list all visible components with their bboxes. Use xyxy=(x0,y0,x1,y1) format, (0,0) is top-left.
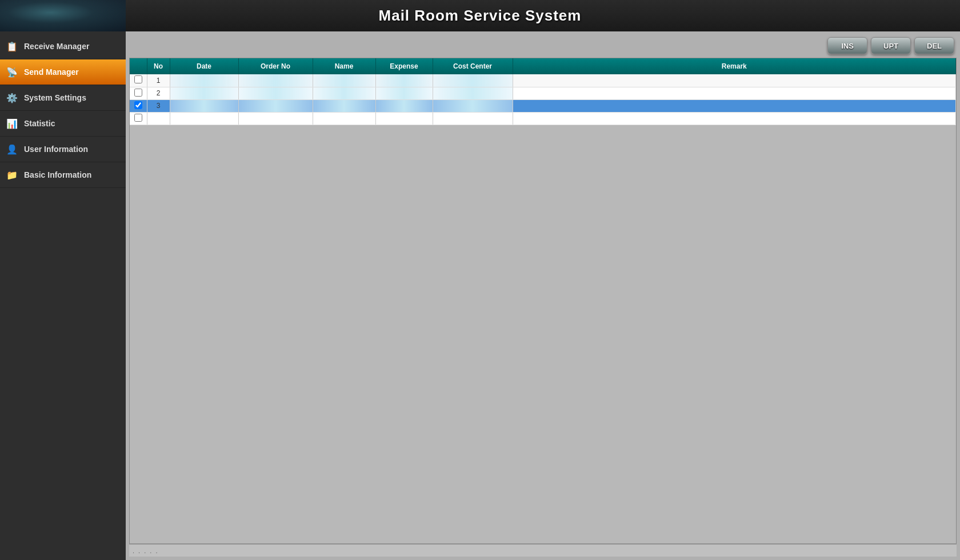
data-table-container: No Date Order No Name Expense Cost Cente… xyxy=(129,58,957,544)
row-expense xyxy=(375,87,433,99)
row-remark xyxy=(513,87,956,99)
sidebar-label-system-settings: System Settings xyxy=(24,93,86,102)
row-checkbox-cell xyxy=(130,87,147,99)
col-header-remark: Remark xyxy=(513,58,956,74)
sidebar-label-receive-manager: Receive Manager xyxy=(24,42,89,51)
sidebar-label-statistic: Statistic xyxy=(24,119,55,128)
row-date xyxy=(170,112,238,125)
col-header-name: Name xyxy=(313,58,375,74)
col-header-no: No xyxy=(147,58,170,74)
basic-information-icon: 📁 xyxy=(6,169,18,181)
row-order_no xyxy=(238,99,313,112)
receive-manager-icon: 📋 xyxy=(6,40,18,53)
row-checkbox-cell xyxy=(130,74,147,87)
row-remark xyxy=(513,99,956,112)
row-checkbox-cell xyxy=(130,112,147,125)
col-header-date: Date xyxy=(170,58,238,74)
row-name xyxy=(313,74,375,87)
row-checkbox-2[interactable] xyxy=(134,89,142,97)
row-cost_center xyxy=(433,74,513,87)
user-information-icon: 👤 xyxy=(6,143,18,155)
row-no: 3 xyxy=(147,99,170,112)
row-expense xyxy=(375,112,433,125)
row-date xyxy=(170,99,238,112)
row-name xyxy=(313,87,375,99)
row-expense xyxy=(375,99,433,112)
row-order_no xyxy=(238,74,313,87)
statistic-icon: 📊 xyxy=(6,117,18,130)
sidebar-item-receive-manager[interactable]: 📋 Receive Manager xyxy=(0,34,126,59)
system-settings-icon: ⚙️ xyxy=(6,91,18,104)
row-checkbox-4[interactable] xyxy=(134,114,142,122)
del-button[interactable]: DEL xyxy=(914,37,954,54)
col-header-expense: Expense xyxy=(375,58,433,74)
sidebar-item-statistic[interactable]: 📊 Statistic xyxy=(0,111,126,137)
row-remark xyxy=(513,112,956,125)
sidebar-item-system-settings[interactable]: ⚙️ System Settings xyxy=(0,85,126,111)
main-layout: 📋 Receive Manager 📡 Send Manager ⚙️ Syst… xyxy=(0,31,960,560)
row-checkbox-cell xyxy=(130,99,147,112)
col-header-orderno: Order No xyxy=(238,58,313,74)
row-name xyxy=(313,99,375,112)
header-logo xyxy=(0,0,126,31)
row-order_no xyxy=(238,87,313,99)
content-area: INS UPT DEL No Date Order No Name Expens… xyxy=(126,31,960,560)
row-cost_center xyxy=(433,112,513,125)
row-order_no xyxy=(238,112,313,125)
table-row[interactable] xyxy=(130,112,956,125)
row-cost_center xyxy=(433,87,513,99)
status-bar: . . . . . xyxy=(129,544,957,557)
upt-button[interactable]: UPT xyxy=(871,37,911,54)
data-table: No Date Order No Name Expense Cost Cente… xyxy=(130,58,956,125)
row-no: 1 xyxy=(147,74,170,87)
table-row[interactable]: 1 xyxy=(130,74,956,87)
sidebar-label-basic-information: Basic Information xyxy=(24,170,91,179)
sidebar: 📋 Receive Manager 📡 Send Manager ⚙️ Syst… xyxy=(0,31,126,560)
app-title: Mail Room Service System xyxy=(379,7,582,25)
sidebar-label-user-information: User Information xyxy=(24,145,88,154)
sidebar-item-send-manager[interactable]: 📡 Send Manager xyxy=(0,59,126,85)
row-no: 2 xyxy=(147,87,170,99)
toolbar: INS UPT DEL xyxy=(129,35,957,58)
app-header: Mail Room Service System xyxy=(0,0,960,31)
row-cost_center xyxy=(433,99,513,112)
row-name xyxy=(313,112,375,125)
sidebar-item-user-information[interactable]: 👤 User Information xyxy=(0,137,126,162)
ins-button[interactable]: INS xyxy=(827,37,867,54)
table-header-row: No Date Order No Name Expense Cost Cente… xyxy=(130,58,956,74)
row-no xyxy=(147,112,170,125)
row-remark xyxy=(513,74,956,87)
table-row[interactable]: 3 xyxy=(130,99,956,112)
sidebar-item-basic-information[interactable]: 📁 Basic Information xyxy=(0,162,126,188)
table-row[interactable]: 2 xyxy=(130,87,956,99)
sidebar-label-send-manager: Send Manager xyxy=(24,67,79,77)
col-header-checkbox xyxy=(130,58,147,74)
row-checkbox-1[interactable] xyxy=(134,75,142,83)
send-manager-icon: 📡 xyxy=(6,66,18,78)
row-date xyxy=(170,74,238,87)
row-checkbox-3[interactable] xyxy=(134,101,142,109)
pagination-indicator: . . . . . xyxy=(133,547,159,554)
row-date xyxy=(170,87,238,99)
col-header-costcenter: Cost Center xyxy=(433,58,513,74)
row-expense xyxy=(375,74,433,87)
